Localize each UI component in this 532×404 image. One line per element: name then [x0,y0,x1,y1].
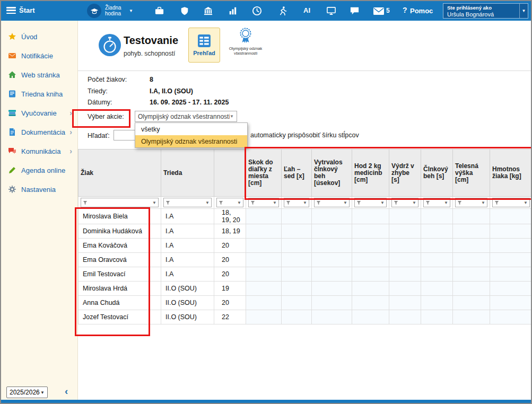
logged-in-user-menu[interactable]: Ste prihlásený ako Uršula Bognárová ▼ [443,3,528,19]
student-name: Dominika Hudáková [79,224,161,239]
table-row[interactable]: Emil Testovací I.A 20 [79,267,532,282]
class-register-icon [8,90,16,98]
overview-tab-button[interactable]: Prehľad [188,28,220,63]
column-filter[interactable]: ▼ [216,198,243,207]
dropdown-option-olympijsky[interactable]: Olympijský odznak všestrannosti [135,135,247,147]
school-year-select[interactable]: 2025/2026 ▼ [6,387,48,398]
table-row[interactable]: Miroslava Hrdá II.O (SOU) 19 [79,282,532,296]
module-header: Testovanie pohyb. schopností Prehľad Oly… [78,21,531,71]
funnel-icon [356,200,361,205]
student-score: 20 [214,267,246,282]
sidebar-item-uvod[interactable]: Úvod [1,27,77,46]
table-row[interactable]: Miroslava Biela I.A 18, 19, 20 [79,209,532,224]
table-row[interactable]: Jozef Testovací II.O (SOU) 22 [79,310,532,324]
column-filter[interactable]: ▼ [81,198,159,207]
chevron-down-icon: ▼ [444,200,448,205]
shield-icon[interactable] [179,5,190,16]
column-filter[interactable]: ▼ [423,198,450,207]
col-header-skok[interactable]: Skok do diaľky z miesta [cm] [246,150,282,197]
col-header-hmotnost[interactable]: Hmotnos žiaka [kg] [490,150,532,197]
olympic-badge-tab[interactable]: Olympijský odznak všestrannosti [228,27,263,56]
running-person-icon[interactable] [277,5,288,16]
column-filter[interactable]: ▼ [455,198,487,207]
sidebar-item-agenda-online[interactable]: Agenda online [1,161,77,180]
funnel-icon [165,200,170,205]
table-row[interactable]: Ema Oravcová I.A 20 [79,253,532,267]
table-row[interactable]: Anna Chudá II.O (SOU) 20 [79,296,532,310]
student-score: 20 [214,253,246,267]
column-filter[interactable]: ▼ [248,198,279,207]
funnel-icon [425,200,430,205]
chevron-down-icon: ▼ [303,200,307,205]
sidebar-item-triedna-kniha[interactable]: Triedna kniha [1,84,77,103]
table-row[interactable]: Dominika Hudáková I.A 18, 19 [79,224,532,239]
app-window: Štart Žiadna hodina ▼ AI [0,0,532,404]
student-score: 18, 19, 20 [214,209,246,224]
col-header-ziak[interactable]: Žiak [79,150,161,197]
column-filter[interactable]: ▼ [284,198,309,207]
student-score: 22 [214,310,246,324]
sidebar-collapse-button[interactable]: ‹ [65,385,68,397]
sidebar-item-vyucovanie[interactable]: Vyučovanie › [1,103,77,122]
chevron-down-icon: ▼ [237,200,241,205]
lesson-status-icon[interactable] [87,4,101,18]
col-header-lah-sed[interactable]: Ľah – sed [x] [282,150,312,197]
house-icon [8,71,16,79]
books-icon [8,109,16,117]
ai-assistant-button[interactable]: AI [303,6,310,14]
autofit-columns-label: automaticky prispôsobiť šírku stĺpcov [250,131,359,139]
col-header-hod-medicinbalom[interactable]: Hod 2 kg medicinb [cm] [352,150,389,197]
col-header-telesna-vyska[interactable]: Telesná výška [cm] [453,150,490,197]
student-name: Anna Chudá [79,296,161,310]
student-class: I.A [161,224,214,239]
help-button[interactable]: Pomoc [410,7,433,15]
hamburger-menu-icon[interactable] [6,7,16,14]
action-select-label: Výber akcie: [88,113,124,120]
start-menu-label[interactable]: Štart [19,6,35,14]
student-score: 18, 19 [214,224,246,239]
list-grid-icon [197,34,211,48]
sidebar-item-nastavenia[interactable]: Nastavenia [1,180,77,199]
help-question-icon[interactable]: ? [403,6,407,14]
lesson-dropdown-chevron-icon[interactable]: ▼ [129,8,133,13]
current-lesson-status[interactable]: Žiadna hodina [105,5,121,16]
col-header-clnkovy-beh[interactable]: Člnkový beh [s] [421,150,453,197]
top-bar: Štart Žiadna hodina ▼ AI [1,1,531,21]
briefcase-icon[interactable] [154,5,165,16]
bank-building-icon[interactable] [203,5,214,16]
column-filter[interactable]: ▼ [354,198,387,207]
login-status-text: Ste prihlásený ako [447,5,516,11]
chat-bubble-icon[interactable] [349,5,360,16]
action-select-dropdown: všetky Olympijský odznak všestrannosti [135,122,248,148]
col-header-blank[interactable] [214,150,246,197]
sidebar-item-web-stranka[interactable]: Web stránka [1,65,77,84]
dropdown-option-vsetky[interactable]: všetky [135,123,247,135]
funnel-icon [286,200,291,205]
main-content: Testovanie pohyb. schopností Prehľad Oly… [78,21,531,400]
funnel-icon [83,200,88,205]
action-select[interactable]: Olympijský odznak všestrannosti ▼ [135,111,237,122]
column-filter[interactable]: ▼ [163,198,212,207]
chevron-right-icon: › [69,147,72,155]
sidebar-item-komunikacia[interactable]: Komunikácia › [1,142,77,161]
col-header-trieda[interactable]: Trieda [161,150,214,197]
student-class: II.O (SOU) [161,310,214,324]
mail-envelope-icon[interactable] [372,5,385,16]
column-filter[interactable]: ▼ [391,198,418,207]
pen-icon [8,166,16,174]
clock-gauge-icon[interactable] [251,5,263,16]
sidebar-item-dokumentacia[interactable]: Dokumentácia › [1,122,77,142]
filter-row: ▼ ▼ ▼ ▼ ▼ ▼ ▼ ▼ ▼ ▼ ▼ [79,197,532,209]
screen-share-icon[interactable] [326,5,337,16]
col-header-vydrz[interactable]: Výdrž v zhybe [s] [389,150,421,197]
column-filter[interactable]: ▼ [314,198,350,207]
student-name: Ema Kováčová [79,239,161,253]
page-subtitle: pohyb. schopností [124,50,175,57]
bar-chart-icon[interactable] [227,5,238,16]
user-menu-chevron-icon[interactable]: ▼ [519,4,528,18]
table-row[interactable]: Ema Kováčová I.A 20 [79,239,532,253]
col-header-vytrvalostny-beh[interactable]: Vytrvalos člnkový beh [úsekov] [312,150,352,197]
column-filter[interactable]: ▼ [492,198,530,207]
chevron-down-icon: ▼ [343,200,347,205]
sidebar-item-notifikacie[interactable]: Notifikácie [1,46,77,65]
